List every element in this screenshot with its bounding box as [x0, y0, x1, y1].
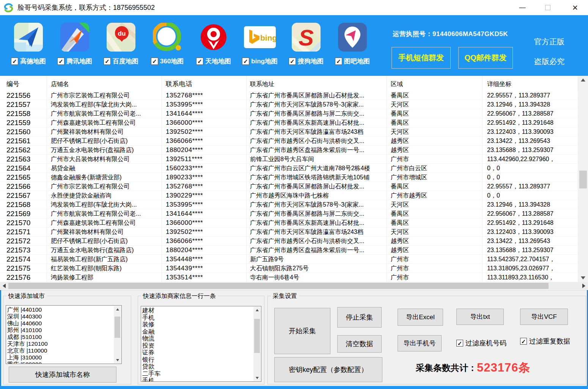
column-header-region[interactable]: 区域: [387, 76, 483, 91]
column-header-shop-name[interactable]: 店铺名: [47, 76, 162, 91]
table-row[interactable]: 221558广州市航宸装饰工程有限公司老...1341644****广东省广州市…: [0, 109, 578, 118]
merchant-keywords-textarea[interactable]: 建材手机装修金融物流投资证券银行贷款二手车手机: [141, 306, 261, 382]
cell-address: 广东省广州市越秀区小石街与洪桥街交叉...: [247, 136, 387, 145]
table-row[interactable]: 221575红艺装饰工程部(朝阳东路)1354439****大石镇朝阳东路275…: [0, 264, 578, 273]
table-row[interactable]: 221576鸿扬装修工程部1353514****寺右南一街6巷4号广州市113.…: [0, 273, 578, 282]
column-header-id[interactable]: 编号: [0, 76, 47, 91]
table-vertical-scrollbar[interactable]: [578, 76, 588, 282]
filter-duplicates-checkbox[interactable]: 过滤重复数据: [520, 337, 570, 346]
scroll-up-arrow-icon[interactable]: [253, 307, 261, 313]
scroll-right-arrow-icon[interactable]: [580, 282, 588, 290]
cell-coords: 23.13422，113.269543: [483, 136, 578, 145]
cell-shop-name: 广州市宗艺装饰工程有限公司: [47, 182, 162, 191]
city-list-item[interactable]: 广州 |440100: [7, 306, 113, 313]
city-list-item[interactable]: 成都 |510100: [7, 334, 113, 340]
city-scroll-thumb[interactable]: [115, 317, 120, 338]
cell-address: 广东省广州市增城区铁塔路锦绣新天地105铺: [247, 173, 387, 182]
export-vcf-button[interactable]: 导出VCF: [520, 309, 568, 325]
horizontal-scroll-thumb[interactable]: [8, 283, 549, 289]
table-row[interactable]: 221569广州市航宸装饰工程有限公司老...1341644****广东省广州市…: [0, 209, 578, 218]
table-row[interactable]: 221568鸿发装饰工程部(车陂北街大岗...1353995****广东省广州市…: [0, 200, 578, 209]
scroll-down-arrow-icon[interactable]: [114, 357, 121, 363]
column-header-address[interactable]: 联系地址: [247, 76, 387, 91]
mapbar-map-checkbox[interactable]: 图吧地图: [335, 57, 370, 66]
vertical-scroll-thumb[interactable]: [579, 171, 587, 188]
amap-map-checkbox[interactable]: 高德地图: [11, 57, 46, 66]
filter-landline-checkbox[interactable]: 过滤座机号码: [456, 339, 506, 348]
table-horizontal-scrollbar[interactable]: [0, 282, 588, 290]
maximize-button[interactable]: [539, 0, 557, 15]
merchant-scroll-thumb[interactable]: [254, 319, 260, 353]
tianditu-map-checkbox[interactable]: 天地地图: [196, 57, 231, 66]
table-row[interactable]: 221561肥仔不锈钢工程部(小石街店)1366066****广东省广州市越秀区…: [0, 136, 578, 146]
cell-region: 广州市白云区: [387, 164, 483, 173]
table-row[interactable]: 221571广州聚祥装饰材料有限公司1392502****广东省广州市天河区车陂…: [0, 227, 578, 237]
scroll-down-arrow-icon[interactable]: [253, 375, 261, 381]
table-row[interactable]: 221573万通五金水电装饰行(盘福路店)1880204****广东省广州市越秀…: [0, 246, 578, 255]
table-row[interactable]: 221566广州市宗艺装饰工程有限公司1352768****广东省广州市番禺区屏…: [0, 182, 578, 191]
cell-shop-name: 福易装饰工程部(新广五路店): [47, 255, 162, 264]
official-line2: 盗版必究: [530, 52, 568, 71]
table-row[interactable]: 221562万通五金水电装饰行(盘福路店)1880204****广东省广州市越秀…: [0, 146, 578, 155]
cell-id: 221565: [0, 173, 47, 182]
table-row[interactable]: 221560广州聚祥装饰材料有限公司1392502****广东省广州市天河区车陂…: [0, 127, 578, 136]
cell-region: 番禺区: [387, 182, 483, 191]
cell-region: 番禺区: [387, 218, 483, 227]
city-list-item[interactable]: 重庆 |500000: [7, 361, 113, 364]
table-row[interactable]: 221556广州市宗艺装饰工程有限公司1352768****广东省广州市番禺区屏…: [0, 91, 578, 100]
minimize-button[interactable]: —: [514, 0, 531, 15]
cell-coords: 22.951492，113.291648: [483, 118, 578, 127]
city-list-item[interactable]: 佛山 |440600: [7, 320, 113, 327]
table-row[interactable]: 221567永胜便捷贷款金融咨询1390229****广州市越秀区海珠中路七株榕…: [0, 191, 578, 200]
scroll-up-arrow-icon[interactable]: [114, 306, 121, 312]
map-label: 图吧地图: [344, 57, 370, 66]
scroll-down-arrow-icon[interactable]: [578, 274, 588, 282]
table-row[interactable]: 221570广州森嘉建筑装饰工程有限公司1366000****广东省广州市番禺区…: [0, 218, 578, 227]
table-row[interactable]: 221574福易装饰工程部(新广五路店)1354448****新广五路9号广州市…: [0, 255, 578, 264]
360-map-checkbox[interactable]: 360地图: [151, 57, 184, 66]
clear-data-button[interactable]: 清空数据: [337, 335, 382, 353]
cell-coords: 23.13422，113.269543: [483, 237, 578, 245]
table-row[interactable]: 221564易贷金融1560233****广东省广州市白云区广州大道南788号2…: [0, 164, 578, 173]
cell-region: 广州市: [387, 255, 483, 264]
baidu-map-checkbox[interactable]: 百度地图: [104, 57, 138, 66]
column-header-phone[interactable]: 联系电话: [162, 76, 247, 91]
export-txt-button[interactable]: 导出txt: [456, 309, 504, 325]
qq-mail-broadcast-button[interactable]: QQ邮件群发: [458, 47, 513, 69]
quick-add-city-button[interactable]: 快速添加城市名称: [9, 367, 116, 383]
tencent-map-checkbox[interactable]: 腾讯地图: [57, 57, 92, 66]
city-listbox[interactable]: 广州 |440100深圳 |440300佛山 |440600郑州 |410100…: [6, 305, 122, 364]
table-row[interactable]: 221572肥仔不锈钢工程部(小石街店)1366066****广东省广州市越秀区…: [0, 237, 578, 246]
export-excel-button[interactable]: 导出Excel: [398, 309, 443, 326]
city-list-item[interactable]: 深圳 |440300: [7, 313, 113, 320]
cell-shop-name: 易贷金融: [47, 164, 162, 173]
cell-shop-name: 永胜便捷贷款金融咨询: [47, 191, 162, 200]
svg-text:bing: bing: [260, 33, 276, 42]
scroll-left-arrow-icon[interactable]: [0, 282, 8, 290]
sms-broadcast-button[interactable]: 手机短信群发: [391, 47, 451, 69]
close-button[interactable]: ✕: [566, 0, 584, 15]
table-row[interactable]: 221563广州市大吕装饰材料有限公司1392511****前锋工业园8号大吕车…: [0, 155, 578, 164]
table-row[interactable]: 221565德鑫金融服务(新塘营业部)1890233****广东省广州市增城区铁…: [0, 173, 578, 182]
sogou-map-checkbox[interactable]: 搜狗地图: [289, 57, 324, 66]
city-list-item[interactable]: 北京市 |110000: [7, 347, 113, 354]
map-service-amap: 高德地图: [5, 23, 52, 66]
table-row[interactable]: 221557鸿发装饰工程部(车陂北街大岗...1353995****广东省广州市…: [0, 100, 578, 109]
city-list-item[interactable]: 天津市 |120100: [7, 340, 113, 347]
cell-phone: 1890233****: [162, 173, 247, 182]
svg-text:du: du: [118, 30, 126, 37]
start-collect-button[interactable]: 开始采集: [274, 308, 330, 354]
export-phone-button[interactable]: 导出手机号: [398, 335, 442, 351]
city-list-item[interactable]: 郑州 |410100: [7, 327, 113, 334]
cell-shop-name: 广州森嘉建筑装饰工程有限公司: [47, 218, 162, 227]
bing-map-checkbox[interactable]: bing地图: [242, 57, 278, 66]
stop-collect-button[interactable]: 停止采集: [337, 307, 382, 328]
cell-shop-name: 广州市航宸装饰工程有限公司老...: [47, 209, 162, 218]
city-list-item[interactable]: 上海 |310000: [7, 354, 113, 361]
table-row[interactable]: 221559广州森嘉建筑装饰工程有限公司1366000****广东省广州市番禺区…: [0, 118, 578, 127]
scroll-up-arrow-icon[interactable]: [578, 76, 588, 84]
city-list-scrollbar[interactable]: [114, 306, 121, 363]
merchant-scrollbar[interactable]: [253, 307, 261, 381]
key-config-button[interactable]: 密钥key配置（参数配置）: [274, 357, 382, 382]
column-header-coords[interactable]: 详细坐标: [483, 76, 578, 91]
